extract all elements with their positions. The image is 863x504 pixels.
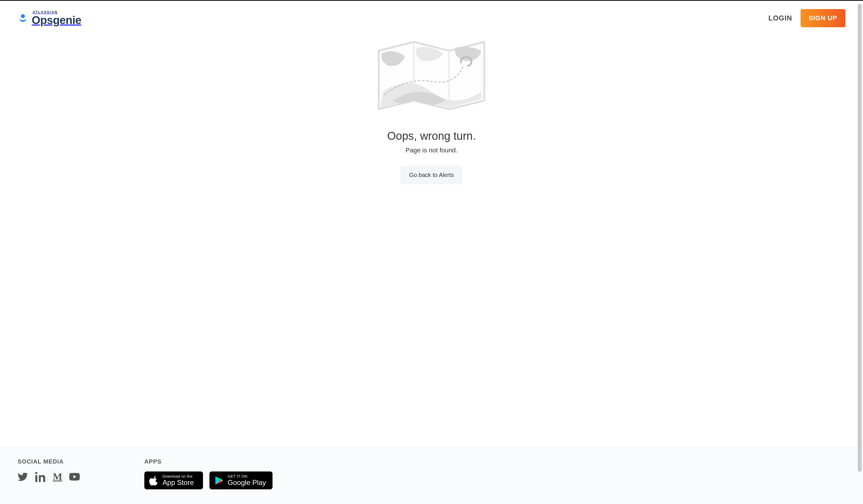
app-store-bottom-line: App Store [163, 479, 194, 487]
medium-icon[interactable]: M [53, 472, 62, 482]
go-back-button[interactable]: Go back to Alerts [400, 166, 463, 184]
brand-logo[interactable]: ATLASSIAN Opsgenie [17, 11, 81, 26]
opsgenie-logo-icon [17, 13, 28, 24]
footer-social-column: SOCIAL MEDIA M [17, 458, 80, 489]
twitter-icon[interactable] [17, 471, 28, 482]
footer-apps-heading: APPS [144, 458, 273, 465]
app-store-button[interactable]: Download on the App Store [144, 471, 203, 489]
google-play-icon [214, 476, 224, 486]
login-link[interactable]: LOGIN [768, 14, 792, 22]
brand-superscript: ATLASSIAN [33, 11, 81, 14]
social-links-row: M [17, 471, 80, 482]
footer-social-heading: SOCIAL MEDIA [17, 458, 80, 465]
site-footer: SOCIAL MEDIA M APPS Download on the [0, 447, 863, 504]
google-play-top-line: GET IT ON [228, 475, 266, 478]
apple-icon [149, 476, 159, 486]
signup-button[interactable]: SIGN UP [801, 9, 846, 27]
app-store-text: Download on the App Store [163, 475, 194, 487]
footer-apps-column: APPS Download on the App Store [144, 458, 273, 489]
youtube-icon[interactable] [69, 471, 80, 482]
svg-point-0 [21, 14, 25, 18]
linkedin-icon[interactable] [35, 471, 46, 482]
app-store-links-row: Download on the App Store GET IT ON Goog… [144, 471, 273, 489]
main-content: Oops, wrong turn. Page is not found. Go … [0, 27, 863, 447]
error-subheading: Page is not found. [405, 146, 457, 154]
vertical-scrollbar[interactable] [858, 4, 862, 472]
google-play-bottom-line: Google Play [228, 479, 266, 487]
google-play-text: GET IT ON Google Play [228, 475, 266, 487]
brand-text: ATLASSIAN Opsgenie [32, 11, 81, 26]
app-store-top-line: Download on the [163, 475, 194, 478]
header-actions: LOGIN SIGN UP [768, 9, 846, 27]
brand-name: Opsgenie [32, 15, 81, 26]
google-play-button[interactable]: GET IT ON Google Play [210, 471, 273, 489]
site-header: ATLASSIAN Opsgenie LOGIN SIGN UP [0, 1, 863, 27]
lost-map-illustration [373, 33, 490, 118]
error-heading: Oops, wrong turn. [387, 130, 476, 142]
